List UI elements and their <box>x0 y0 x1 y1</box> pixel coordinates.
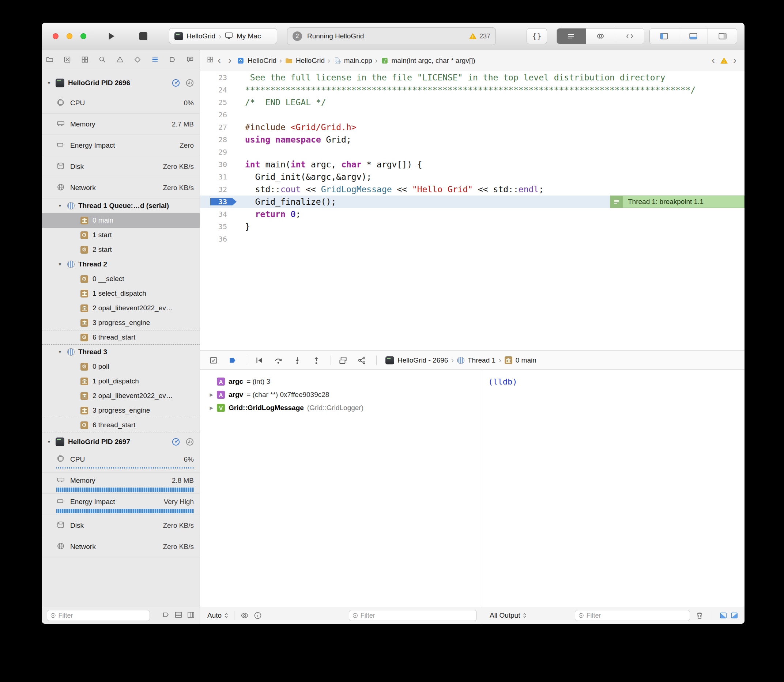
thread-row[interactable]: ▼Thread 3 <box>42 345 200 359</box>
console-scope-selector[interactable]: All Output <box>490 612 527 620</box>
stack-frame-row[interactable]: 0 main <box>42 213 200 228</box>
line-number[interactable]: 26 <box>200 110 231 119</box>
back-button[interactable]: ‹ <box>214 56 225 65</box>
line-number[interactable]: 27 <box>200 123 231 132</box>
source-editor[interactable]: 23 See the full license in the file "LIC… <box>200 71 744 351</box>
speedometer-gauge-icon[interactable] <box>171 437 180 447</box>
disclosure-triangle-icon[interactable]: ▼ <box>58 349 64 355</box>
stack-frame-row[interactable]: ⚙1 start <box>42 228 200 242</box>
line-number[interactable]: 29 <box>200 148 231 156</box>
run-button[interactable] <box>104 29 118 43</box>
version-editor-button[interactable] <box>615 29 644 44</box>
bars-gauge-icon[interactable] <box>185 78 195 88</box>
line-number[interactable]: 23 <box>200 73 231 82</box>
forward-button[interactable]: › <box>225 56 235 65</box>
code-line-26[interactable]: 26 <box>200 108 744 121</box>
issue-navigator-icon[interactable] <box>115 54 125 65</box>
toggle-navigator-button[interactable] <box>650 29 679 44</box>
symbol-navigator-icon[interactable] <box>80 54 90 65</box>
line-number[interactable]: 28 <box>200 135 231 144</box>
step-out-button[interactable] <box>311 355 322 366</box>
breadcrumb-group[interactable]: HelloGrid <box>285 57 325 65</box>
disclosure-triangle-icon[interactable]: ▶ <box>206 392 217 397</box>
breadcrumb-thread[interactable]: Thread 1 <box>468 356 495 364</box>
breakpoint-annotation[interactable]: Thread 1: breakpoint 1.1 <box>610 196 744 208</box>
code-snippets-button[interactable]: {} <box>527 28 547 44</box>
variable-row[interactable]: Aargc= (int) 3 <box>200 375 482 388</box>
breakpoints-filter-icon[interactable] <box>161 610 171 621</box>
next-issue-button[interactable]: › <box>732 56 738 65</box>
code-line-28[interactable]: 28using namespace Grid; <box>200 134 744 146</box>
line-number[interactable]: 35 <box>200 222 231 231</box>
code-line-25[interactable]: 25/* END LEGAL */ <box>200 96 744 108</box>
line-number[interactable]: 34 <box>200 210 231 218</box>
stack-frame-row[interactable]: ⚙6 thread_start <box>42 418 200 432</box>
breadcrumb-symbol[interactable]: f main(int argc, char * argv[]) <box>381 57 475 65</box>
line-number[interactable]: 25 <box>200 98 231 107</box>
line-number[interactable]: 30 <box>200 160 231 169</box>
code-line-33[interactable]: 33 Grid_finalize();Thread 1: breakpoint … <box>200 196 744 208</box>
stack-frame-row[interactable]: 3 progress_engine <box>42 403 200 418</box>
code-line-24[interactable]: 24**************************************… <box>200 84 744 96</box>
debug-area-toggle-button[interactable] <box>208 355 219 366</box>
assistant-editor-button[interactable] <box>586 29 615 44</box>
variable-row[interactable]: ▶VGrid::GridLogMessage(Grid::GridLogger) <box>200 401 482 414</box>
breakpoint-navigator-icon[interactable] <box>168 54 178 65</box>
disclosure-triangle-icon[interactable]: ▼ <box>58 262 64 267</box>
line-number[interactable]: 31 <box>200 172 231 181</box>
variables-filter-field[interactable] <box>349 610 477 621</box>
disclosure-triangle-icon[interactable]: ▶ <box>206 405 217 410</box>
stack-frame-row[interactable]: 1 poll_dispatch <box>42 374 200 389</box>
line-number[interactable]: 24 <box>200 86 231 94</box>
breadcrumb-file[interactable]: C++ main.cpp <box>333 57 372 65</box>
previous-issue-button[interactable]: ‹ <box>710 56 716 65</box>
disclosure-triangle-icon[interactable]: ▼ <box>58 203 64 208</box>
variables-scope-selector[interactable]: Auto <box>208 612 229 620</box>
test-navigator-icon[interactable] <box>133 54 143 65</box>
code-line-34[interactable]: 34 return 0; <box>200 208 744 220</box>
breadcrumb-process[interactable]: HelloGrid - 2696 <box>398 356 448 364</box>
bars-gauge-icon[interactable] <box>185 437 195 447</box>
code-line-31[interactable]: 31 Grid_init(&argc,&argv); <box>200 170 744 183</box>
close-button[interactable] <box>53 33 59 39</box>
scheme-selector[interactable]: HelloGrid › My Mac <box>169 28 277 44</box>
toggle-variables-pane-button[interactable] <box>718 610 728 621</box>
step-into-button[interactable] <box>292 355 303 366</box>
stack-frame-row[interactable]: ⚙6 thread_start <box>42 330 200 345</box>
stack-frame-row[interactable]: 1 select_dispatch <box>42 286 200 301</box>
stack-frame-row[interactable]: ⚙0 poll <box>42 359 200 374</box>
variable-row[interactable]: ▶Aargv= (char **) 0x7ffee9039c28 <box>200 388 482 401</box>
toggle-inspector-button[interactable] <box>707 29 737 44</box>
console-filter-input[interactable] <box>586 612 687 620</box>
zoom-button[interactable] <box>80 33 86 39</box>
breadcrumb-project[interactable]: HelloGrid <box>236 57 276 65</box>
stack-frame-row[interactable]: ⚙2 start <box>42 242 200 257</box>
code-line-35[interactable]: 35} <box>200 220 744 233</box>
console-filter-field[interactable] <box>575 610 690 621</box>
memory-graph-button[interactable] <box>356 355 367 366</box>
process-header[interactable]: ▼HelloGrid PID 2696 <box>42 73 200 92</box>
stack-frame-row[interactable]: ⚙0 __select <box>42 272 200 286</box>
thread-row[interactable]: ▼Thread 1 Queue:…d (serial) <box>42 198 200 213</box>
minimize-button[interactable] <box>67 33 72 39</box>
toggle-console-pane-button[interactable] <box>729 610 739 621</box>
find-navigator-icon[interactable] <box>97 54 107 65</box>
code-line-23[interactable]: 23 See the full license in the file "LIC… <box>200 71 744 84</box>
related-items-icon[interactable] <box>207 56 214 65</box>
stop-button[interactable] <box>136 29 151 43</box>
code-line-30[interactable]: 30int main(int argc, char * argv[]) { <box>200 158 744 170</box>
code-line-36[interactable]: 36 <box>200 233 744 245</box>
stack-frames-view-icon[interactable] <box>174 610 183 621</box>
thread-row[interactable]: ▼Thread 2 <box>42 257 200 272</box>
navigator-filter-field[interactable] <box>47 610 150 621</box>
process-header[interactable]: ▼HelloGrid PID 2697 <box>42 432 200 451</box>
breadcrumb-frame[interactable]: 0 main <box>516 356 537 364</box>
speedometer-gauge-icon[interactable] <box>171 78 180 88</box>
stack-frame-row[interactable]: 3 progress_engine <box>42 316 200 330</box>
clear-console-trash-button[interactable] <box>695 610 705 621</box>
view-hierarchy-button[interactable] <box>337 355 348 366</box>
breakpoints-toggle-button[interactable] <box>227 355 238 366</box>
code-line-29[interactable]: 29 <box>200 146 744 158</box>
breakpoint-line-number[interactable]: 33 <box>200 198 231 206</box>
variables-filter-input[interactable] <box>361 612 474 620</box>
